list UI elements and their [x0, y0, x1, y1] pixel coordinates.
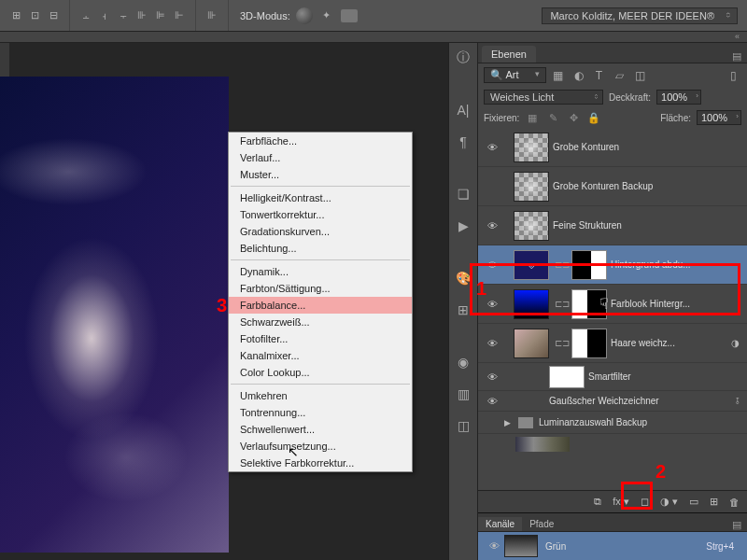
color-icon[interactable]: 🎨 — [454, 269, 472, 287]
link-layers-icon[interactable]: ⧉ — [594, 496, 601, 508]
menu-item-color-lookup[interactable]: Color Lookup... — [229, 364, 412, 381]
menu-item-channel-mixer[interactable]: Kanalmixer... — [229, 347, 412, 364]
add-adjustment-icon[interactable]: ◑ ▾ — [660, 496, 678, 508]
layer-fx-icon[interactable]: fx ▾ — [613, 496, 629, 508]
layer-row[interactable]: 👁 ⊏⊐ Haare weichz... ◑ — [478, 324, 747, 363]
lock-transparent-icon[interactable]: ▦ — [525, 110, 540, 125]
visibility-eye-icon[interactable]: 👁 — [482, 142, 502, 153]
add-mask-icon[interactable]: ◻ — [641, 496, 649, 508]
panel-menu-icon[interactable]: ▤ — [726, 519, 747, 531]
layer-row[interactable]: 👁 Feine Strukturen — [478, 206, 747, 245]
adjustment-thumbnail[interactable]: ⟐ — [514, 250, 549, 280]
lock-paint-icon[interactable]: ✎ — [545, 110, 560, 125]
group-expand-icon[interactable]: ▶ — [502, 418, 513, 427]
filter-type-icon[interactable]: T — [591, 68, 608, 83]
menu-item-gradient-map[interactable]: Verlaufsumsetzung... — [229, 438, 412, 455]
layer-thumbnail[interactable] — [515, 437, 570, 452]
layer-name[interactable]: Feine Strukturen — [553, 220, 743, 231]
layer-name[interactable]: Grobe Konturen — [553, 142, 743, 152]
menu-item-selective-color[interactable]: Selektive Farbkorrektur... — [229, 455, 412, 471]
light-icon[interactable]: ✦ — [318, 7, 335, 24]
link-icon[interactable]: ⊏⊐ — [553, 299, 571, 309]
clone-icon[interactable]: ◫ — [454, 416, 472, 435]
info-icon[interactable]: ⓘ — [454, 49, 472, 67]
layer-name[interactable]: Hintergrund abdu... — [611, 259, 743, 270]
channel-thumbnail[interactable] — [504, 535, 538, 557]
link-icon[interactable]: ⊏⊐ — [553, 338, 571, 348]
smartfilter-row[interactable]: 👁 Smartfilter — [478, 363, 747, 391]
panel-collapse-row[interactable]: « — [0, 32, 747, 43]
menu-item-photo-filter[interactable]: Fotofilter... — [229, 330, 412, 347]
fill-input[interactable]: 100% — [697, 110, 741, 125]
character-icon[interactable]: A| — [454, 101, 472, 119]
align-icon[interactable]: ⊪ — [134, 7, 150, 24]
menu-item-invert[interactable]: Umkehren — [229, 387, 412, 404]
menu-item-brightness[interactable]: Helligkeit/Kontrast... — [229, 189, 412, 206]
layer-thumbnail[interactable] — [514, 289, 549, 319]
align-icon[interactable]: ⫠ — [78, 7, 94, 24]
align-icon[interactable]: ⊫ — [152, 7, 169, 24]
distribute-icon[interactable]: ⊪ — [204, 7, 220, 24]
menu-item-threshold[interactable]: Schwellenwert... — [229, 421, 412, 438]
menu-item-exposure[interactable]: Belichtung... — [229, 240, 412, 257]
tool-icon[interactable]: ⊞ — [7, 7, 24, 24]
layer-name[interactable]: Grobe Konturen Backup — [553, 181, 743, 191]
menu-item-levels[interactable]: Tonwertkorrektur... — [229, 206, 412, 223]
canvas[interactable] — [0, 77, 229, 553]
document-tab[interactable] — [0, 43, 9, 77]
link-icon[interactable]: ⊏⊐ — [553, 259, 571, 270]
smartfilter-name[interactable]: Gaußscher Weichzeichner — [549, 396, 736, 406]
filter-kind-dropdown[interactable]: 🔍 Art — [484, 67, 546, 83]
visibility-eye-icon[interactable]: 👁 — [482, 299, 502, 310]
tool-presets-icon[interactable]: ⊞ — [454, 301, 472, 319]
smartfilter-item-row[interactable]: 👁 Gaußscher Weichzeichner ⫱ — [478, 391, 747, 412]
group-name[interactable]: Luminanzauswahl Backup — [539, 417, 743, 427]
histogram-icon[interactable]: ▥ — [454, 385, 472, 403]
blend-mode-dropdown[interactable]: Weiches Licht — [484, 90, 603, 105]
paragraph-icon[interactable]: ¶ — [454, 133, 472, 151]
menu-item-posterize[interactable]: Tontrennung... — [229, 404, 412, 421]
filter-pixel-icon[interactable]: ▦ — [550, 68, 567, 83]
lock-all-icon[interactable]: 🔒 — [586, 110, 601, 125]
menu-item-bw[interactable]: Schwarzweiß... — [229, 314, 412, 330]
navigator-icon[interactable]: ◉ — [454, 353, 472, 371]
delete-layer-icon[interactable]: 🗑 — [729, 497, 740, 508]
align-icon[interactable]: ⫟ — [115, 7, 132, 24]
filter-adjust-icon[interactable]: ◐ — [571, 68, 587, 83]
fx-icon[interactable]: ◑ — [731, 338, 743, 348]
visibility-eye-icon[interactable]: 👁 — [482, 371, 502, 383]
menu-item-gradient[interactable]: Verlauf... — [229, 149, 412, 166]
layer-row[interactable]: 👁 ⟐ ⊏⊐ Hintergrund abdu... — [478, 245, 747, 285]
menu-item-pattern[interactable]: Muster... — [229, 166, 412, 183]
paths-tab[interactable]: Pfade — [522, 517, 561, 531]
layer-thumbnail[interactable] — [514, 133, 549, 162]
mask-thumbnail[interactable] — [571, 329, 607, 358]
visibility-eye-icon[interactable]: 👁 — [482, 259, 502, 271]
smartfilter-mask[interactable] — [549, 366, 585, 388]
actions-icon[interactable]: ▶ — [454, 217, 472, 235]
filter-settings-icon[interactable]: ⫱ — [736, 396, 743, 407]
visibility-eye-icon[interactable]: 👁 — [482, 220, 502, 231]
filter-shape-icon[interactable]: ▱ — [612, 68, 628, 83]
layer-row[interactable] — [478, 434, 747, 455]
align-icon[interactable]: ⊩ — [171, 7, 188, 24]
panel-menu-icon[interactable]: ▤ — [726, 50, 747, 63]
styles-icon[interactable]: ❏ — [454, 185, 472, 203]
layer-name[interactable]: Haare weichz... — [611, 338, 731, 348]
align-icon[interactable]: ⫞ — [96, 7, 113, 24]
visibility-eye-icon[interactable]: 👁 — [484, 540, 504, 552]
menu-item-color-balance[interactable]: Farbbalance... — [229, 297, 412, 314]
menu-item-vibrance[interactable]: Dynamik... — [229, 263, 412, 280]
layer-thumbnail[interactable] — [514, 172, 549, 202]
opacity-input[interactable]: 100% — [656, 90, 701, 105]
visibility-eye-icon[interactable]: 👁 — [482, 338, 502, 349]
new-group-icon[interactable]: ▭ — [689, 496, 698, 508]
layer-row[interactable]: 👁 ⊏⊐ Farblook Hintergr... — [478, 285, 747, 324]
workspace-dropdown[interactable]: Marco Kolditz, MEER DER IDEEN® — [542, 7, 738, 24]
menu-item-curves[interactable]: Gradationskurven... — [229, 223, 412, 240]
tool-icon[interactable]: ⊟ — [45, 7, 62, 24]
filter-toggle-icon[interactable]: ▯ — [725, 68, 741, 83]
filter-smart-icon[interactable]: ◫ — [632, 68, 649, 83]
layer-row[interactable]: 👁 Grobe Konturen — [478, 128, 747, 167]
layers-tab[interactable]: Ebenen — [482, 46, 536, 63]
